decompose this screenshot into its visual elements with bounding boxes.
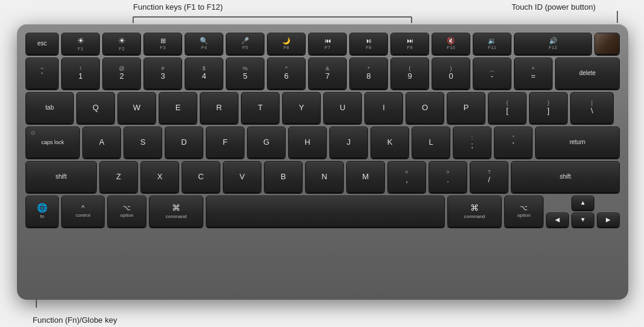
fn-key-row: esc ☀ F1 ☀ F2 ⊞ F3 🔍 F4 🎤 F5 [25,33,620,54]
key-m[interactable]: M [346,161,385,193]
touch-id-label: Touch ID (power button) [511,2,596,12]
function-keys-label: Function keys (F1 to F12) [133,2,223,12]
key-arrow-down[interactable]: ▼ [571,213,594,227]
key-comma[interactable]: < , [387,161,426,193]
key-1[interactable]: ! 1 [61,58,100,89]
asdf-key-row: caps lock A S D F G H J K L : ; " ' retu… [25,127,620,158]
key-k[interactable]: K [370,127,409,158]
key-option-right[interactable]: ⌥ option [504,196,544,227]
key-6[interactable]: ^ 6 [267,58,306,89]
key-semicolon[interactable]: : ; [453,127,491,158]
key-backslash[interactable]: | \ [570,92,614,124]
key-4[interactable]: $ 4 [185,58,223,89]
qwerty-key-row: tab Q W E R T Y U I O P { [ } ] | \ [25,92,620,124]
key-n[interactable]: N [305,161,344,193]
key-f12[interactable]: 🔊 F12 [514,33,592,54]
key-command-left[interactable]: ⌘ command [149,196,203,227]
top-annotations: Function keys (F1 to F12) Touch ID (powe… [0,2,644,12]
key-arrow-up[interactable]: ▲ [571,196,594,210]
key-control[interactable]: ^ control [61,196,105,227]
key-backtick[interactable]: ~ ` [25,58,59,89]
key-f9[interactable]: ⏭ F9 [390,33,429,54]
key-right-bracket[interactable]: } ] [529,92,568,124]
key-w[interactable]: W [117,92,156,124]
key-5[interactable]: % 5 [226,58,264,89]
key-caps-lock[interactable]: caps lock [25,127,80,158]
key-f8[interactable]: ⏯ F8 [349,33,388,54]
key-f3[interactable]: ⊞ F3 [143,33,182,54]
key-h[interactable]: H [288,127,327,158]
key-7[interactable]: & 7 [308,58,347,89]
key-tab[interactable]: tab [25,92,74,124]
key-space[interactable] [206,196,445,227]
key-f[interactable]: F [206,127,245,158]
key-d[interactable]: D [165,127,203,158]
key-shift-right[interactable]: shift [511,161,620,193]
key-shift-left[interactable]: shift [25,161,97,193]
key-f4[interactable]: 🔍 F4 [185,33,223,54]
key-8[interactable]: * 8 [349,58,388,89]
key-equals[interactable]: + = [514,58,553,89]
key-u[interactable]: U [323,92,362,124]
key-e[interactable]: E [159,92,197,124]
key-v[interactable]: V [223,161,261,193]
key-quote[interactable]: " ' [494,127,533,158]
key-x[interactable]: X [140,161,179,193]
key-delete[interactable]: delete [555,58,620,89]
key-g[interactable]: G [247,127,286,158]
zxcv-key-row: shift Z X C V B N M < , > . ? / shift [25,161,620,193]
key-3[interactable]: # 3 [143,58,182,89]
key-left-bracket[interactable]: { [ [488,92,527,124]
key-z[interactable]: Z [99,161,138,193]
arrow-keys-group: ▲ ◀ ▼ ▶ [546,196,620,227]
key-p[interactable]: P [447,92,485,124]
key-j[interactable]: J [329,127,368,158]
key-touch-id[interactable] [594,33,620,54]
key-b[interactable]: B [264,161,303,193]
key-l[interactable]: L [412,127,450,158]
key-option-left[interactable]: ⌥ option [107,196,146,227]
key-q[interactable]: Q [76,92,115,124]
key-c[interactable]: C [182,161,220,193]
key-f2[interactable]: ☀ F2 [102,33,141,54]
key-f7[interactable]: ⏮ F7 [308,33,347,54]
key-f5[interactable]: 🎤 F5 [226,33,264,54]
key-y[interactable]: Y [282,92,321,124]
key-f11[interactable]: 🔉 F11 [473,33,511,54]
key-command-right[interactable]: ⌘ command [447,196,502,227]
key-r[interactable]: R [200,92,238,124]
key-f6[interactable]: 🌙 F6 [267,33,306,54]
fn-globe-label: Function (Fn)/Globe key [33,315,117,325]
key-9[interactable]: ( 9 [390,58,429,89]
key-t[interactable]: T [241,92,280,124]
key-s[interactable]: S [123,127,162,158]
key-esc[interactable]: esc [25,33,59,54]
key-slash[interactable]: ? / [470,161,508,193]
key-period[interactable]: > . [429,161,467,193]
key-arrow-right[interactable]: ▶ [597,213,620,227]
key-a[interactable]: A [82,127,121,158]
number-key-row: ~ ` ! 1 @ 2 # 3 $ 4 % 5 [25,58,620,89]
key-i[interactable]: I [364,92,403,124]
key-f10[interactable]: 🔇 F10 [432,33,470,54]
key-0[interactable]: ) 0 [432,58,470,89]
key-minus[interactable]: _ - [473,58,511,89]
key-o[interactable]: O [406,92,444,124]
key-arrow-left[interactable]: ◀ [546,213,569,227]
key-f1[interactable]: ☀ F1 [61,33,100,54]
fn-globe-annotation: Function (Fn)/Globe key [33,315,117,325]
bottom-key-row: 🌐 fn ^ control ⌥ option ⌘ command ⌘ comm… [25,196,620,227]
keyboard: esc ☀ F1 ☀ F2 ⊞ F3 🔍 F4 🎤 F5 [17,24,628,300]
key-return[interactable]: return [535,127,620,158]
key-2[interactable]: @ 2 [102,58,141,89]
key-fn-globe[interactable]: 🌐 fn [25,196,59,227]
